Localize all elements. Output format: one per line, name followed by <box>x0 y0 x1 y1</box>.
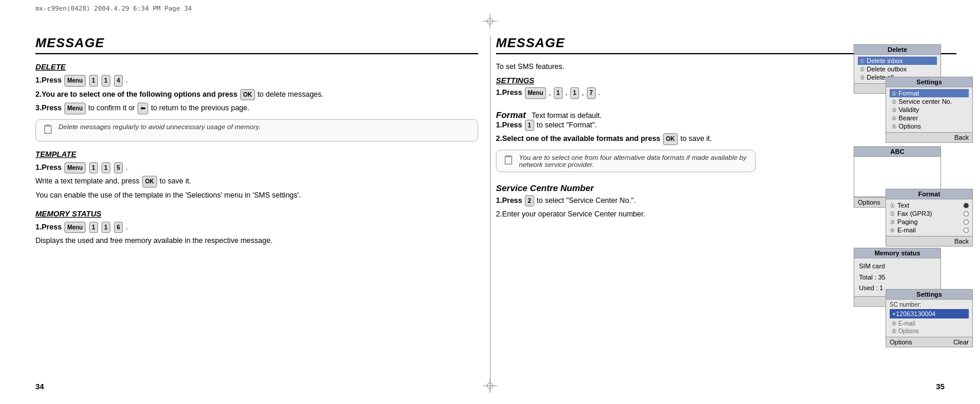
format-heading: Format <box>496 110 526 120</box>
sc-screen-footer: Options Clear <box>886 337 972 347</box>
key-menu-m: Menu <box>64 222 86 234</box>
format-screen-body: ① Text ② Fax (GPR3) ③ Paging ④ E-mail <box>886 199 972 236</box>
key-1-2: 1 <box>102 75 111 87</box>
settings-item-4: ④ Bearer <box>890 114 969 122</box>
key-menu-s: Menu <box>525 87 546 99</box>
period-t: . <box>126 163 128 172</box>
template-body1-suffix: to save it. <box>159 177 191 185</box>
settings-item-3: ③ Validity <box>890 106 969 114</box>
delete-step2: 2.You are to select one of the following… <box>35 89 478 101</box>
format-item-1: ① Text <box>890 201 969 209</box>
template-screen-title: ABC <box>854 147 940 157</box>
delete-item-2: ② Delete outbox <box>858 65 937 73</box>
delete-note-text: Delete messages regularly to avoid unnec… <box>58 123 260 130</box>
settings-item-2: ② Service center No. <box>890 97 969 106</box>
delete-screen-title: Delete <box>854 45 940 55</box>
template-heading: TEMPLATE <box>35 150 478 159</box>
left-page-title: MESSAGE <box>35 35 478 54</box>
key-2-sc: 2 <box>525 195 534 207</box>
format-note: 🗒 You are to select one from four altern… <box>496 150 756 172</box>
key-menu-2: Menu <box>64 103 86 114</box>
sc-item-email: ④ E-mail <box>890 320 969 327</box>
crosshair-top <box>482 13 498 31</box>
note-icon-format: 🗒 <box>502 153 515 168</box>
note-icon-delete: 🗒 <box>42 122 55 137</box>
key-menu-1: Menu <box>64 75 86 87</box>
settings-item-1: ① Format <box>890 89 969 97</box>
template-step1: 1.Press Menu 1 1 5 . <box>35 162 478 174</box>
period: . <box>126 76 128 84</box>
key-4: 4 <box>114 75 123 87</box>
format-step2-suffix: to save it. <box>681 134 713 143</box>
left-page: MESSAGE DELETE 1.Press Menu 1 1 4 . 2.Yo… <box>35 35 478 249</box>
format-subheading: Text format is default. <box>531 111 602 120</box>
memory-screen-title: Memory status <box>854 248 940 258</box>
page-divider <box>490 35 491 392</box>
key-back-delete: ⬅ <box>138 103 148 114</box>
delete-step2-suffix: to delete messages. <box>257 90 324 98</box>
format-item-2: ② Fax (GPR3) <box>890 209 969 218</box>
key-1-1: 1 <box>89 75 99 87</box>
key-6-m: 6 <box>114 222 123 234</box>
key-1-t2: 1 <box>102 162 111 174</box>
sc-label: SC number: <box>890 301 969 308</box>
key-1-t1: 1 <box>89 162 99 174</box>
memory-body: Displays the used and free memory availa… <box>35 235 478 247</box>
key-ok-fmt: OK <box>663 133 678 145</box>
key-1-m2: 1 <box>102 222 111 234</box>
memory-total: Total : 35 <box>859 272 936 283</box>
key-7-s: 7 <box>587 87 596 99</box>
settings-screen-footer: Back <box>886 132 972 142</box>
delete-heading: DELETE <box>35 63 478 71</box>
settings-screen-title: Settings <box>886 77 972 87</box>
delete-item-1: ① Delete inbox <box>858 57 937 65</box>
sc-screen-body: SC number: +12063130004 ④ E-mail ⑤ Optio… <box>886 300 972 337</box>
key-menu-t: Menu <box>64 162 86 174</box>
format-screen-container: Format ① Text ② Fax (GPR3) ③ Paging ④ E-… <box>886 189 973 247</box>
sc-value: +12063130004 <box>890 309 969 318</box>
format-item-3: ③ Paging <box>890 218 969 226</box>
key-1-s2: 1 <box>570 87 580 99</box>
settings-screen-body: ① Format ② Service center No. ③ Validity… <box>886 87 972 132</box>
key-1-fmt: 1 <box>525 120 534 132</box>
page-number-right: 35 <box>936 382 945 391</box>
delete-step3: 3.Press Menu to confirm it or ⬅ to retur… <box>35 103 478 114</box>
format-step1-suffix: to select "Format". <box>537 121 597 129</box>
memory-heading: MEMORY STATUS <box>35 209 478 218</box>
template-body2: You can enable the use of the template i… <box>35 190 478 201</box>
format-note-text: You are to select one from four alternat… <box>519 154 749 168</box>
template-body1: Write a text template and, press OK to s… <box>35 176 478 188</box>
sc-options: Options <box>890 339 912 346</box>
delete-step3-mid: to confirm it or <box>89 104 135 112</box>
template-options: Options <box>858 199 880 206</box>
key-ok-template: OK <box>142 176 157 188</box>
delete-step1: 1.Press Menu 1 1 4 . <box>35 75 478 87</box>
page-number-left: 34 <box>35 382 44 391</box>
delete-step3-suffix: to return to the previous page. <box>151 104 250 112</box>
settings-item-5: ⑤ Options <box>890 122 969 130</box>
key-1-s1: 1 <box>554 87 563 99</box>
memory-sim: SIM card <box>859 261 936 272</box>
format-screen-footer: Back <box>886 236 972 246</box>
settings-screen-container: Settings ① Format ② Service center No. ③… <box>886 77 973 143</box>
sc-clear: Clear <box>953 339 969 346</box>
sc-screen-title: Settings <box>886 290 972 300</box>
key-1-m1: 1 <box>89 222 99 234</box>
period-m: . <box>126 223 128 231</box>
delete-note: 🗒 Delete messages regularly to avoid unn… <box>35 119 478 142</box>
sc-screen-container: Settings SC number: +12063130004 ④ E-mai… <box>886 289 973 347</box>
key-5-t: 5 <box>114 162 123 174</box>
format-item-4: ④ E-mail <box>890 226 969 234</box>
sc-item-options: ⑤ Options <box>890 327 969 335</box>
settings-heading: SETTINGS <box>496 76 534 85</box>
format-screen-title: Format <box>886 189 972 199</box>
service-step1-suffix: to select "Service Center No.". <box>537 196 636 205</box>
print-meta: mx-c99en(0428) 2004.4.29 6:34 PM Page 34 <box>35 5 192 12</box>
memory-step1: 1.Press Menu 1 1 6 . <box>35 222 478 234</box>
key-ok-delete: OK <box>240 89 255 101</box>
